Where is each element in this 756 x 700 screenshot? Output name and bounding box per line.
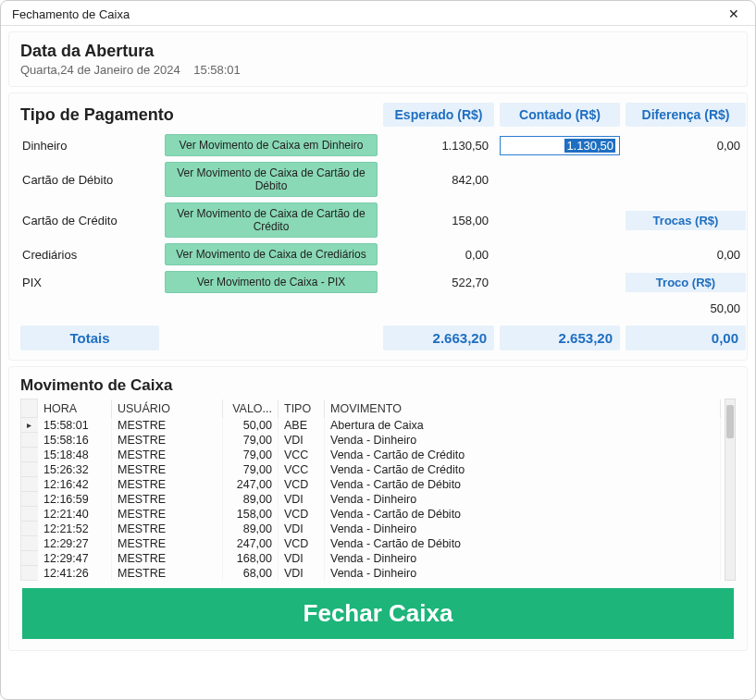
opening-date: Quarta,24 de Janeiro de 2024 <box>20 63 180 77</box>
counted-input-dinheiro[interactable]: 1.130,50 <box>500 136 620 155</box>
cell-hora: 15:26:32 <box>38 462 112 477</box>
close-icon[interactable]: ✕ <box>722 6 746 21</box>
cell-tipo: VCC <box>279 448 325 462</box>
cell-usuario: MESTRE <box>112 551 223 566</box>
cell-tipo: VDI <box>279 522 325 536</box>
counted-value-dinheiro: 1.130,50 <box>564 139 615 153</box>
cell-valor: 79,00 <box>223 448 279 462</box>
cell-usuario: MESTRE <box>112 477 223 492</box>
cell-movimento: Venda - Dinheiro <box>325 551 721 566</box>
pay-btn-pix[interactable]: Ver Movimento de Caixa - PIX <box>165 271 378 293</box>
table-row[interactable]: 15:18:48MESTRE79,00VCCVenda - Cartão de … <box>21 448 721 462</box>
cell-movimento: Venda - Cartão de Débito <box>325 507 721 522</box>
troco-header: Troco (R$) <box>626 273 746 292</box>
table-row[interactable]: 12:21:40MESTRE158,00VCDVenda - Cartão de… <box>21 507 721 522</box>
table-row[interactable]: 12:16:42MESTRE247,00VCDVenda - Cartão de… <box>21 477 721 492</box>
row-handle[interactable] <box>21 522 38 536</box>
cell-movimento: Venda - Cartão de Débito <box>325 477 721 492</box>
pay-btn-debito[interactable]: Ver Movimento de Caixa de Cartão de Débi… <box>165 162 378 197</box>
row-handle[interactable] <box>21 566 38 581</box>
cell-movimento: Venda - Cartão de Crédito <box>325 462 721 477</box>
opening-panel: Data da Abertura Quarta,24 de Janeiro de… <box>8 31 748 87</box>
cell-movimento: Venda - Dinheiro <box>325 492 721 507</box>
cell-usuario: MESTRE <box>112 462 223 477</box>
cell-hora: 15:58:16 <box>38 433 112 448</box>
col-diff: Diferença (R$) <box>626 103 746 127</box>
cell-usuario: MESTRE <box>112 507 223 522</box>
cell-tipo: VDI <box>279 433 325 448</box>
cell-usuario: MESTRE <box>112 418 223 433</box>
totals-label: Totais <box>20 325 159 350</box>
titlebar: Fechamento de Caixa ✕ <box>1 1 755 26</box>
cell-usuario: MESTRE <box>112 522 223 536</box>
pay-label-pix: PIX <box>20 272 159 293</box>
cell-movimento: Venda - Dinheiro <box>325 522 721 536</box>
table-row[interactable]: 12:16:59MESTRE89,00VDIVenda - Dinheiro <box>21 492 721 507</box>
row-handle[interactable] <box>21 507 38 522</box>
cell-tipo: VCD <box>279 507 325 522</box>
cell-hora: 12:29:27 <box>38 536 112 551</box>
table-row[interactable]: 15:58:01MESTRE50,00ABEAbertura de Caixa <box>21 418 721 433</box>
movements-table: HORA USUÁRIO VALO... TIPO MOVIMENTO 15:5… <box>20 399 721 581</box>
opening-heading: Data da Abertura <box>20 42 736 61</box>
cell-movimento: Abertura de Caixa <box>325 418 721 433</box>
row-handle[interactable] <box>21 433 38 448</box>
cell-tipo: VCD <box>279 536 325 551</box>
cell-usuario: MESTRE <box>112 492 223 507</box>
cell-valor: 89,00 <box>223 522 279 536</box>
table-row[interactable]: 12:21:52MESTRE89,00VDIVenda - Dinheiro <box>21 522 721 536</box>
cell-hora: 12:21:52 <box>38 522 112 536</box>
table-row[interactable]: 12:29:47MESTRE168,00VDIVenda - Dinheiro <box>21 551 721 566</box>
pay-label-credito: Cartão de Crédito <box>20 210 159 231</box>
cell-tipo: VDI <box>279 566 325 581</box>
row-handle[interactable] <box>21 551 38 566</box>
pay-btn-credito[interactable]: Ver Movimento de Caixa de Cartão de Créd… <box>165 203 378 238</box>
pay-btn-crediarios[interactable]: Ver Movimento de Caixa de Crediários <box>165 243 378 265</box>
cell-usuario: MESTRE <box>112 448 223 462</box>
cell-valor: 79,00 <box>223 462 279 477</box>
cell-tipo: VDI <box>279 551 325 566</box>
cell-valor: 158,00 <box>223 507 279 522</box>
scrollbar-thumb[interactable] <box>726 405 734 438</box>
table-row[interactable]: 15:58:16MESTRE79,00VDIVenda - Dinheiro <box>21 433 721 448</box>
col-valor[interactable]: VALO... <box>223 399 279 418</box>
col-movimento[interactable]: MOVIMENTO <box>325 399 721 418</box>
row-handle[interactable] <box>21 492 38 507</box>
pay-btn-dinheiro[interactable]: Ver Movimento de Caixa em Dinheiro <box>165 134 378 156</box>
movements-header-row: HORA USUÁRIO VALO... TIPO MOVIMENTO <box>21 399 721 418</box>
row-handle[interactable] <box>21 477 38 492</box>
movements-panel: Movimento de Caixa HORA USUÁRIO VALO... … <box>8 366 748 651</box>
movements-title: Movimento de Caixa <box>20 376 736 395</box>
col-expected: Esperado (R$) <box>383 103 494 127</box>
cell-tipo: VDI <box>279 492 325 507</box>
row-handle[interactable] <box>21 462 38 477</box>
col-hora[interactable]: HORA <box>38 399 112 418</box>
totals-row: Totais 2.663,20 2.653,20 0,00 <box>20 325 736 350</box>
movements-scrollbar[interactable] <box>725 399 736 581</box>
troco-value: 50,00 <box>626 299 746 318</box>
row-handle[interactable] <box>21 418 38 433</box>
row-handle[interactable] <box>21 448 38 462</box>
col-tipo[interactable]: TIPO <box>279 399 325 418</box>
table-row[interactable]: 12:41:26MESTRE68,00VDIVenda - Dinheiro <box>21 566 721 581</box>
cell-hora: 12:21:40 <box>38 507 112 522</box>
col-usuario[interactable]: USUÁRIO <box>112 399 223 418</box>
row-handle[interactable] <box>21 536 38 551</box>
cell-valor: 79,00 <box>223 433 279 448</box>
cell-usuario: MESTRE <box>112 536 223 551</box>
table-row[interactable]: 15:26:32MESTRE79,00VCCVenda - Cartão de … <box>21 462 721 477</box>
pay-label-dinheiro: Dinheiro <box>20 135 159 156</box>
payments-panel: Tipo de Pagamento Esperado (R$) Contado … <box>8 92 748 361</box>
cell-movimento: Venda - Cartão de Débito <box>325 536 721 551</box>
cell-tipo: VCC <box>279 462 325 477</box>
close-register-button[interactable]: Fechar Caixa <box>22 588 734 639</box>
trocas-value: 0,00 <box>626 245 746 264</box>
payments-title: Tipo de Pagamento <box>20 105 378 125</box>
cell-valor: 247,00 <box>223 536 279 551</box>
table-row[interactable]: 12:29:27MESTRE247,00VCDVenda - Cartão de… <box>21 536 721 551</box>
cell-movimento: Venda - Dinheiro <box>325 433 721 448</box>
col-counted: Contado (R$) <box>500 103 620 127</box>
diff-dinheiro: 0,00 <box>626 136 746 155</box>
opening-datetime: Quarta,24 de Janeiro de 2024 15:58:01 <box>20 63 736 77</box>
expected-credito: 158,00 <box>383 211 494 230</box>
